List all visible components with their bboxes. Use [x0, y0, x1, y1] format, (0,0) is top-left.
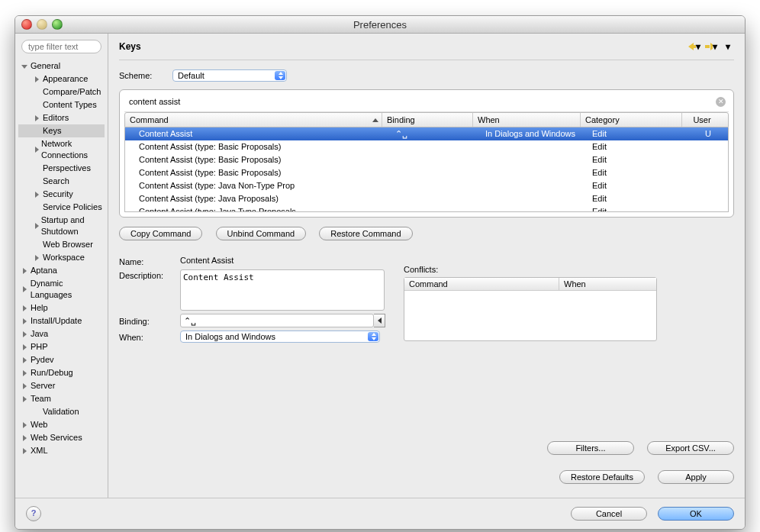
tree-item[interactable]: Perspectives [18, 162, 105, 175]
tree-item[interactable]: Help [18, 301, 105, 314]
tree-item[interactable]: Workspace [18, 251, 105, 264]
tree-item[interactable]: Search [18, 175, 105, 188]
tree-item-label: General [31, 60, 60, 72]
titlebar: Preferences [15, 16, 745, 34]
tree-item[interactable]: Network Connections [18, 137, 105, 162]
search-input[interactable] [127, 96, 716, 107]
disclosure-icon[interactable] [34, 222, 40, 230]
tree-item[interactable]: Appearance [18, 73, 105, 85]
cancel-button[interactable]: Cancel [571, 507, 647, 521]
tree-item[interactable]: Security [18, 188, 105, 201]
clear-search-icon[interactable]: ✕ [716, 97, 726, 107]
disclosure-icon[interactable] [21, 285, 29, 293]
minimize-icon[interactable] [37, 19, 47, 30]
disclosure-icon[interactable] [21, 63, 29, 70]
nav-forward-icon[interactable]: ▾ [705, 42, 717, 51]
disclosure-icon[interactable] [21, 343, 29, 351]
binding-field[interactable] [180, 314, 374, 327]
nav-back-icon[interactable]: ▾ [688, 42, 700, 51]
copy-command-button[interactable]: Copy Command [119, 227, 202, 240]
tree-item-label: Keys [43, 125, 61, 137]
col-command[interactable]: Command [125, 113, 382, 127]
disclosure-icon[interactable] [21, 382, 29, 390]
tree-item[interactable]: Team [18, 392, 105, 405]
filters-button[interactable]: Filters... [547, 441, 634, 455]
tree-item-label: Workspace [43, 252, 85, 263]
tree-item[interactable]: Editors [18, 111, 105, 124]
filter-input[interactable] [21, 40, 101, 53]
tree-item-label: Search [43, 176, 69, 187]
tree-item[interactable]: Run/Debug [18, 366, 105, 379]
disclosure-icon[interactable] [21, 330, 29, 338]
close-icon[interactable] [21, 19, 32, 30]
page-title: Keys [119, 41, 141, 52]
disclosure-icon[interactable] [21, 447, 29, 455]
binding-history-icon[interactable] [374, 314, 385, 327]
conflicts-table[interactable]: Command When [404, 277, 657, 341]
tree-item[interactable]: Java [18, 327, 105, 340]
table-row[interactable]: Content Assist (type: Basic Proposals)Ed… [125, 166, 728, 179]
tree-item[interactable]: General [18, 60, 105, 73]
disclosure-icon[interactable] [21, 395, 29, 403]
table-row[interactable]: Content Assist (type: Basic Proposals)Ed… [125, 140, 728, 153]
tree-item[interactable]: Web Services [18, 431, 105, 444]
view-menu-icon[interactable]: ▾ [722, 42, 734, 51]
disclosure-icon[interactable] [21, 434, 29, 442]
description-field[interactable]: Content Assist [180, 269, 385, 311]
table-row[interactable]: Content Assist (type: Java Non-Type Prop… [125, 179, 728, 192]
conflicts-col-when[interactable]: When [559, 278, 656, 290]
tree-item[interactable]: Pydev [18, 353, 105, 366]
tree-spacer [34, 408, 41, 416]
table-header[interactable]: Command Binding When Category User [124, 112, 729, 127]
disclosure-icon[interactable] [21, 318, 29, 325]
disclosure-icon[interactable] [34, 114, 41, 122]
col-when[interactable]: When [473, 113, 581, 127]
restore-defaults-button[interactable]: Restore Defaults [559, 470, 645, 484]
table-row[interactable]: Content Assist (type: Java Proposals)Edi… [125, 192, 728, 205]
tree-item[interactable]: Service Policies [18, 201, 105, 214]
disclosure-icon[interactable] [34, 146, 40, 153]
tree-item[interactable]: Content Types [18, 98, 105, 111]
disclosure-icon[interactable] [21, 267, 29, 275]
disclosure-icon[interactable] [34, 254, 41, 262]
col-binding[interactable]: Binding [382, 113, 473, 127]
disclosure-icon[interactable] [21, 356, 29, 364]
col-user[interactable]: User [682, 113, 722, 127]
table-row[interactable]: Content Assist⌃␣In Dialogs and WindowsEd… [125, 127, 728, 140]
tree-item-label: Install/Update [31, 315, 82, 327]
table-row[interactable]: Content Assist (type: Basic Proposals)Ed… [125, 153, 728, 166]
ok-button[interactable]: OK [658, 507, 734, 521]
restore-command-button[interactable]: Restore Command [319, 227, 412, 240]
tree-item[interactable]: Install/Update [18, 314, 105, 327]
help-icon[interactable]: ? [26, 506, 41, 521]
sidebar: GeneralAppearanceCompare/PatchContent Ty… [15, 34, 108, 498]
tree-item[interactable]: Validation [18, 405, 105, 418]
preferences-window: Preferences GeneralAppearanceCompare/Pat… [14, 15, 746, 530]
zoom-icon[interactable] [52, 19, 63, 30]
disclosure-icon[interactable] [34, 76, 41, 83]
tree-item[interactable]: Dynamic Languages [18, 277, 105, 301]
preferences-tree[interactable]: GeneralAppearanceCompare/PatchContent Ty… [15, 60, 108, 498]
tree-item[interactable]: XML [18, 444, 105, 457]
tree-item[interactable]: Server [18, 379, 105, 392]
disclosure-icon[interactable] [21, 369, 29, 377]
table-row[interactable]: Content Assist (type: Java Type Proposal… [125, 205, 728, 212]
tree-item[interactable]: Startup and Shutdown [18, 214, 105, 238]
bindings-table[interactable]: Content Assist⌃␣In Dialogs and WindowsEd… [124, 127, 729, 212]
unbind-command-button[interactable]: Unbind Command [216, 227, 307, 240]
disclosure-icon[interactable] [21, 305, 29, 312]
conflicts-col-command[interactable]: Command [404, 278, 559, 290]
tree-item[interactable]: Web Browser [18, 238, 105, 251]
when-select[interactable]: In Dialogs and Windows [180, 330, 380, 343]
tree-item[interactable]: Web [18, 418, 105, 431]
col-category[interactable]: Category [581, 113, 682, 127]
scheme-select[interactable]: Default [172, 69, 287, 82]
disclosure-icon[interactable] [21, 421, 29, 429]
disclosure-icon[interactable] [34, 191, 41, 198]
export-csv-button[interactable]: Export CSV... [647, 441, 734, 455]
apply-button[interactable]: Apply [658, 470, 734, 484]
tree-item[interactable]: Keys [18, 124, 105, 137]
tree-item[interactable]: Compare/Patch [18, 85, 105, 98]
tree-item[interactable]: PHP [18, 340, 105, 353]
tree-item[interactable]: Aptana [18, 264, 105, 277]
